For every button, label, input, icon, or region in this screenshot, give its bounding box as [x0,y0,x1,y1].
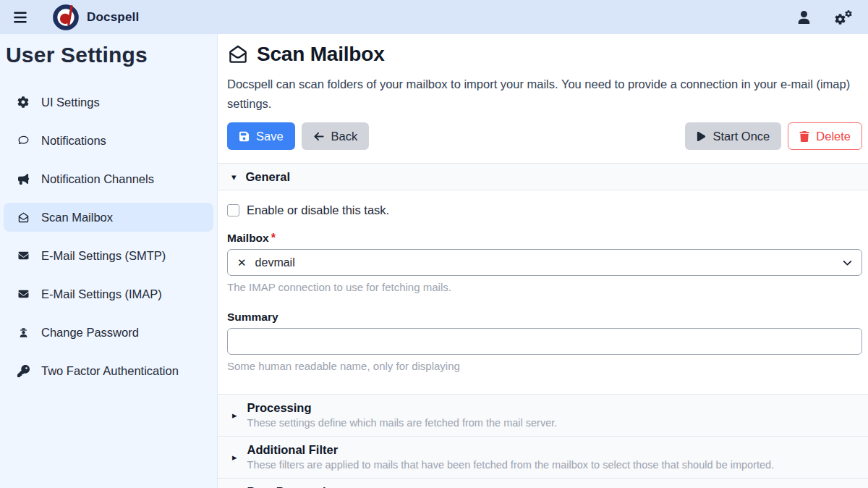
sidebar-item-two-factor[interactable]: Two Factor Authentication [4,356,213,385]
cogs-icon[interactable] [835,10,852,25]
envelope-icon [16,289,30,299]
section-general-toggle[interactable]: ▾ General [218,163,868,190]
brand[interactable]: Docspell [52,4,139,31]
sidebar-item-label: Notification Channels [41,172,154,186]
save-button-label: Save [256,130,284,143]
toolbar: Save Back Start Once [227,122,862,150]
section-post-processing-title: Post Processing [247,485,341,488]
mailbox-selected-value: devmail [255,256,295,269]
mailbox-help-text: The IMAP connection to use for fetching … [227,281,862,293]
clear-x-icon[interactable]: ✕ [237,256,247,269]
summary-input[interactable] [227,328,862,355]
sidebar-item-label: Scan Mailbox [41,211,113,224]
hamburger-menu-icon[interactable] [10,7,30,28]
comment-icon [16,135,30,146]
envelope-open-icon [16,211,30,224]
section-additional-filter-title: Additional Filter [247,443,775,457]
summary-field: Summary Some human readable name, only f… [227,311,862,372]
sidebar-nav: UI Settings Notifications Notification C… [0,88,217,385]
section-processing-toggle[interactable]: ▸ Processing These settings define which… [218,394,868,437]
sidebar-item-label: Two Factor Authentication [41,364,179,378]
page-description: Docspell can scan folders of your mailbo… [227,75,862,114]
sidebar-item-notification-channels[interactable]: Notification Channels [4,164,213,193]
main-content: Scan Mailbox Docspell can scan folders o… [217,34,868,488]
section-additional-filter-subtitle: These filters are applied to mails that … [247,459,775,471]
section-processing-subtitle: These settings define which mails are fe… [247,417,558,429]
enable-task-row[interactable]: Enable or disable this task. [227,203,862,217]
user-secret-icon [16,327,30,339]
sidebar-item-ui-settings[interactable]: UI Settings [4,88,213,117]
sidebar-title: User Settings [6,43,211,67]
summary-label: Summary [227,311,278,323]
caret-right-icon: ▸ [232,411,237,420]
sidebar-item-email-smtp[interactable]: E-Mail Settings (SMTP) [4,241,213,270]
user-icon[interactable] [798,11,810,24]
caret-right-icon: ▸ [232,453,237,462]
section-additional-filter-toggle[interactable]: ▸ Additional Filter These filters are ap… [218,437,868,479]
play-icon [697,131,706,142]
sidebar-item-scan-mailbox[interactable]: Scan Mailbox [4,203,213,232]
sidebar: User Settings UI Settings Notifications … [0,34,217,488]
sidebar-item-label: Change Password [41,326,139,340]
collapsed-sections: ▸ Processing These settings define which… [218,394,868,488]
section-processing-title: Processing [247,401,558,415]
chevron-down-icon[interactable] [843,258,852,267]
sidebar-item-notifications[interactable]: Notifications [4,126,213,155]
start-once-button-label: Start Once [712,130,770,143]
arrow-left-icon [313,131,325,142]
mailbox-field: Mailbox* ✕ devmail The IMAP connection t… [227,232,862,293]
enable-task-checkbox[interactable] [227,204,239,216]
mailbox-label: Mailbox [227,232,269,244]
docspell-logo-icon [52,4,80,31]
section-general-title: General [246,170,290,184]
trash-icon [799,131,809,142]
mailbox-select[interactable]: ✕ devmail [227,249,862,276]
save-button[interactable]: Save [227,122,295,150]
delete-button-label: Delete [816,130,851,143]
back-button-label: Back [331,130,358,143]
gear-icon [16,96,30,108]
back-button[interactable]: Back [302,122,370,150]
brand-name: Docspell [87,10,139,25]
sidebar-item-email-imap[interactable]: E-Mail Settings (IMAP) [4,279,213,308]
sidebar-item-label: UI Settings [41,96,100,109]
floppy-icon [239,131,250,142]
summary-help-text: Some human readable name, only for displ… [227,360,862,372]
enable-task-label: Enable or disable this task. [247,203,389,217]
delete-button[interactable]: Delete [788,122,862,150]
sidebar-item-change-password[interactable]: Change Password [4,318,213,347]
sidebar-item-label: Notifications [41,134,106,148]
start-once-button[interactable]: Start Once [685,122,781,150]
top-navbar: Docspell [0,0,868,34]
envelope-icon [16,251,30,261]
sidebar-item-label: E-Mail Settings (IMAP) [41,287,162,301]
sidebar-item-label: E-Mail Settings (SMTP) [41,249,166,263]
caret-down-icon: ▾ [231,172,237,182]
section-post-processing-toggle[interactable]: ▸ Post Processing [218,479,868,488]
required-marker: * [271,232,276,244]
envelope-open-icon [227,43,249,65]
bullhorn-icon [16,174,30,185]
page-title: Scan Mailbox [257,43,385,66]
key-icon [16,365,30,377]
